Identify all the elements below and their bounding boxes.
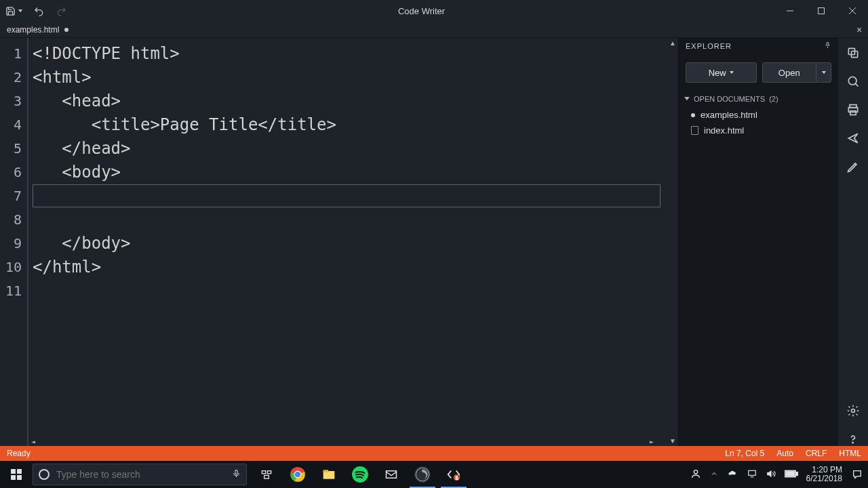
code-area[interactable]: <!DOCTYPE html> <html> <head> <title>Pag… (27, 38, 667, 446)
tab-strip: examples.html × (0, 22, 868, 38)
print-icon[interactable] (846, 103, 860, 117)
svg-rect-41 (786, 471, 794, 475)
clock[interactable]: 1:20 PM 6/21/2018 (806, 466, 842, 483)
tab-examples[interactable]: examples.html (0, 22, 75, 37)
title-bar: Code Writer (0, 0, 868, 22)
close-button[interactable] (837, 0, 868, 22)
new-button[interactable]: New (686, 62, 757, 83)
tab-label: examples.html (7, 25, 59, 35)
explorer-panel: EXPLORER New Open OPEN DOCUMENTS (2) exa… (678, 38, 838, 446)
svg-rect-13 (11, 469, 16, 474)
people-icon[interactable] (690, 468, 702, 481)
svg-rect-15 (11, 475, 16, 480)
svg-rect-17 (235, 470, 237, 474)
settings-icon[interactable] (846, 404, 860, 418)
svg-point-11 (852, 409, 855, 413)
dirty-indicator-icon (64, 28, 68, 32)
obs-icon[interactable] (407, 461, 438, 488)
tab-close-icon[interactable]: × (853, 24, 865, 35)
file-icon (691, 126, 698, 135)
svg-point-35 (694, 470, 697, 473)
svg-point-6 (848, 77, 856, 85)
start-button[interactable] (0, 461, 33, 488)
svg-point-12 (852, 442, 853, 443)
svg-rect-21 (264, 475, 269, 479)
mail-icon[interactable] (376, 461, 407, 488)
pin-icon[interactable] (824, 41, 831, 52)
svg-rect-27 (323, 471, 335, 479)
save-icon[interactable] (5, 6, 22, 16)
horizontal-scrollbar[interactable]: ◄► (28, 436, 656, 446)
svg-point-26 (295, 472, 301, 478)
file-explorer-icon[interactable] (313, 461, 344, 488)
explorer-title: EXPLORER (686, 42, 732, 50)
edit-icon[interactable] (846, 160, 860, 174)
cortana-icon (39, 469, 50, 480)
maximize-button[interactable] (806, 0, 837, 22)
minimize-button[interactable] (774, 0, 806, 22)
redo-icon[interactable] (55, 6, 68, 16)
help-icon[interactable] (846, 432, 860, 446)
svg-text:1: 1 (456, 475, 458, 480)
copy-icon[interactable] (846, 46, 860, 60)
chevron-down-icon (684, 97, 690, 100)
status-text: Ready (7, 449, 31, 458)
undo-icon[interactable] (32, 6, 45, 16)
mic-icon[interactable] (232, 468, 241, 482)
status-bar: Ready Ln 7, Col 5 Auto CRLF HTML (0, 446, 868, 461)
code-writer-icon[interactable]: 1 (438, 461, 469, 488)
svg-line-7 (855, 83, 858, 86)
dirty-indicator-icon (691, 113, 695, 117)
cursor-position[interactable]: Ln 7, Col 5 (725, 449, 764, 458)
svg-rect-28 (323, 470, 329, 472)
search-input[interactable] (56, 469, 225, 480)
spotify-icon[interactable] (344, 461, 376, 488)
notifications-icon[interactable] (850, 469, 864, 480)
svg-marker-38 (767, 470, 770, 476)
encoding-mode[interactable]: Auto (776, 449, 793, 458)
svg-rect-20 (267, 471, 271, 474)
editor[interactable]: 1234567891011 <!DOCTYPE html> <html> <he… (0, 38, 678, 446)
vertical-scrollbar[interactable]: ▲ ▼ (667, 38, 678, 446)
gutter: 1234567891011 (0, 38, 27, 446)
svg-rect-1 (818, 8, 825, 14)
svg-rect-16 (17, 475, 22, 480)
icon-rail (838, 38, 868, 446)
svg-rect-36 (748, 470, 755, 475)
language-mode[interactable]: HTML (839, 449, 861, 458)
battery-icon[interactable] (785, 470, 798, 480)
svg-rect-19 (262, 471, 265, 474)
taskbar-search[interactable] (33, 464, 247, 485)
taskbar: 1 1:20 PM 6/21/2018 (0, 461, 868, 488)
svg-rect-14 (17, 469, 22, 474)
onedrive-icon[interactable] (726, 469, 738, 481)
open-dropdown-button[interactable] (816, 62, 831, 83)
doc-name: examples.html (701, 110, 757, 120)
doc-item[interactable]: index.html (679, 123, 838, 138)
open-button[interactable]: Open (762, 62, 817, 83)
doc-name: index.html (704, 125, 744, 136)
volume-icon[interactable] (766, 469, 776, 481)
eol-mode[interactable]: CRLF (806, 449, 827, 458)
svg-point-31 (414, 466, 431, 483)
chrome-icon[interactable] (282, 461, 313, 488)
task-view-icon[interactable] (251, 461, 282, 488)
svg-rect-40 (796, 472, 797, 475)
doc-item[interactable]: examples.html (679, 107, 838, 123)
search-icon[interactable] (846, 75, 860, 88)
open-documents-header[interactable]: OPEN DOCUMENTS (2) (679, 91, 838, 107)
svg-rect-30 (387, 471, 397, 479)
network-icon[interactable] (747, 469, 757, 481)
tray-chevron-icon[interactable] (710, 470, 718, 480)
app-title: Code Writer (68, 6, 774, 16)
share-icon[interactable] (846, 131, 860, 145)
